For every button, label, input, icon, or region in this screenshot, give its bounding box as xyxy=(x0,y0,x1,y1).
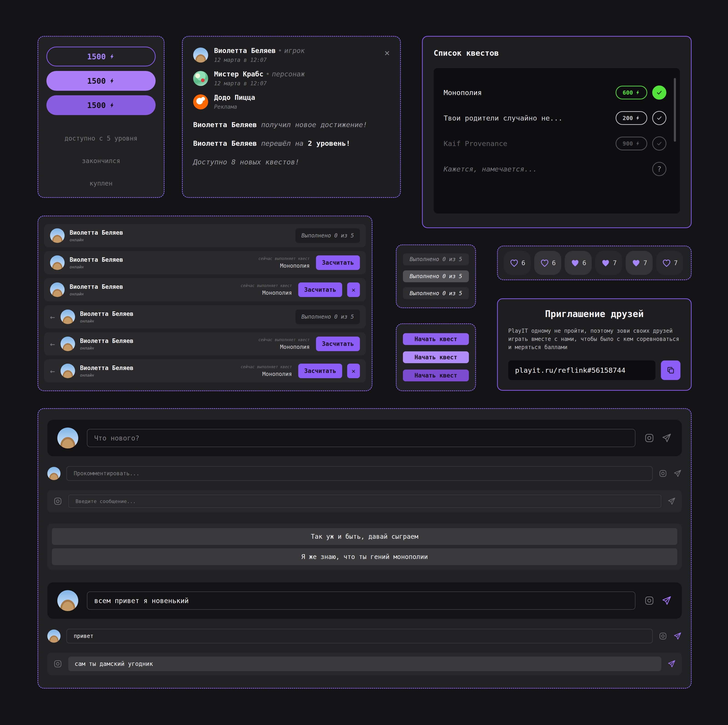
like-button[interactable]: 6 xyxy=(504,251,531,275)
decline-quest-button[interactable]: ✕ xyxy=(347,364,360,378)
send-icon[interactable] xyxy=(667,497,676,505)
comment-input[interactable]: Прокомментировать... xyxy=(66,466,653,481)
like-count: 7 xyxy=(674,259,678,267)
accept-quest-button[interactable]: Засчитать xyxy=(316,337,360,351)
heart-outline-icon xyxy=(509,258,519,268)
online-status: онлайн xyxy=(70,238,123,242)
attach-photo-icon[interactable] xyxy=(644,433,655,443)
price-button-outline[interactable]: 1500 xyxy=(46,47,156,66)
message-placeholder: Введите сообщение... xyxy=(75,499,136,504)
attach-photo-icon[interactable] xyxy=(53,497,62,506)
attach-photo-icon[interactable] xyxy=(659,632,667,640)
accept-quest-button[interactable]: Засчитать xyxy=(316,255,360,270)
message-composer: Введите сообщение... xyxy=(47,490,682,513)
progress-badge: Выполнено 0 из 5 xyxy=(295,228,360,243)
price-button-filled[interactable]: 1500 xyxy=(46,71,156,91)
back-arrow-icon[interactable]: ← xyxy=(50,366,55,376)
start-quest-button-default[interactable]: Начать квест xyxy=(403,333,469,345)
user-name: Виолетта Беляев xyxy=(193,121,257,129)
copy-link-button[interactable] xyxy=(661,360,681,380)
referral-link-field[interactable]: playit.ru/reflink#56158744 xyxy=(508,360,655,380)
progress-badge-active: Выполнено 0 из 5 xyxy=(403,287,469,299)
friend-name: Виолетта Беляев xyxy=(70,256,123,263)
price-value: 1500 xyxy=(87,101,106,110)
like-button[interactable]: 6 xyxy=(534,251,561,275)
scrollbar[interactable] xyxy=(674,78,676,142)
friend-name: Виолетта Беляев xyxy=(70,283,123,290)
quest-complete-check-button[interactable] xyxy=(652,111,666,125)
start-quest-button-pressed[interactable]: Начать квест xyxy=(403,369,469,382)
friend-row: Виолетта Беляевонлайн сейчас выполняет к… xyxy=(44,278,366,301)
avatar xyxy=(50,228,64,243)
messages-block: Так уж и быть, давай сыграем Я же знаю, … xyxy=(47,524,682,570)
quest-reward-badge: 900 xyxy=(616,137,647,150)
comment-value: привет xyxy=(74,633,93,639)
quest-complete-check-button[interactable] xyxy=(652,136,666,151)
level-up-text: перешёл на xyxy=(261,139,304,147)
send-icon[interactable] xyxy=(673,469,682,478)
invite-friends-card: Приглашение друзей PlayIT одному не прой… xyxy=(497,298,691,391)
bullet-separator: • xyxy=(266,70,269,78)
accept-quest-button[interactable]: Засчитать xyxy=(298,282,342,297)
start-quest-card: Начать квест Начать квест Начать квест xyxy=(396,324,476,391)
quest-complete-check-button[interactable] xyxy=(652,85,666,99)
quest-row-locked: Kaif Provenance 900 xyxy=(444,131,666,156)
quest-reward-badge: 600 xyxy=(616,86,647,99)
heart-outline-icon xyxy=(662,258,671,268)
friend-row: ← Виолетта Беляевонлайн сейчас выполняет… xyxy=(44,359,366,383)
check-icon xyxy=(656,114,663,121)
like-button[interactable]: 7 xyxy=(656,251,683,275)
close-icon[interactable]: ✕ xyxy=(384,49,390,57)
attach-photo-icon[interactable] xyxy=(53,659,62,669)
friend-row: Виолетта Беляевонлайн сейчас выполняет к… xyxy=(44,251,366,274)
online-status: онлайн xyxy=(70,265,123,269)
invite-description: PlayIT одному не пройти, поэтому зови св… xyxy=(508,327,681,351)
lightning-bolt-icon xyxy=(109,54,115,60)
start-quest-button-hover[interactable]: Начать квест xyxy=(403,351,469,363)
back-arrow-icon[interactable]: ← xyxy=(50,339,55,349)
notification-card: ✕ Виолетта Беляев • игрок 12 марта в 12:… xyxy=(182,36,401,198)
message-value: сам ты дамский угодник xyxy=(75,661,153,667)
progress-badge-hover: Выполнено 0 из 5 xyxy=(403,270,469,282)
character-name: Мистер Крабс xyxy=(214,70,263,78)
avatar xyxy=(57,590,78,611)
send-icon[interactable] xyxy=(673,632,682,640)
send-icon[interactable] xyxy=(667,659,676,668)
message-input[interactable]: сам ты дамский угодник xyxy=(68,656,661,671)
quest-row-done: Монополия 600 xyxy=(444,80,666,105)
notification-user-row: Виолетта Беляев • игрок 12 марта в 12:07 xyxy=(193,47,390,63)
quest-name: Кажется, намечается... xyxy=(444,165,537,173)
like-button[interactable]: 7 xyxy=(626,251,653,275)
like-button[interactable]: 6 xyxy=(565,251,592,275)
attach-photo-icon[interactable] xyxy=(644,595,655,606)
decline-quest-button[interactable]: ✕ xyxy=(347,282,360,297)
lightning-bolt-icon xyxy=(635,116,640,121)
comment-placeholder: Прокомментировать... xyxy=(74,470,139,477)
message-input[interactable]: Введите сообщение... xyxy=(68,495,661,508)
online-status: онлайн xyxy=(80,346,133,350)
progress-badge-default: Выполнено 0 из 5 xyxy=(403,253,469,266)
comment-input[interactable]: привет xyxy=(66,629,653,643)
check-icon xyxy=(656,140,663,147)
quest-list-card: Список квестов Монополия 600 Твои родите… xyxy=(422,36,691,228)
post-input[interactable]: всем привет я новенький xyxy=(87,592,635,610)
price-button-pressed[interactable]: 1500 xyxy=(46,95,156,115)
quest-name: Твои родители случайно не... xyxy=(444,114,563,122)
shop-buttons-card: 1500 1500 1500 доступно с 5 уровня закон… xyxy=(38,36,165,198)
like-button[interactable]: 7 xyxy=(595,251,622,275)
like-count: 6 xyxy=(552,259,556,267)
friend-name: Виолетта Беляев xyxy=(70,229,123,236)
friend-name: Виолетта Беляев xyxy=(80,310,133,317)
friend-row: ← Виолетта Беляевонлайн сейчас выполняет… xyxy=(44,332,366,356)
progress-badges-card: Выполнено 0 из 5 Выполнено 0 из 5 Выполн… xyxy=(396,244,476,308)
send-icon[interactable] xyxy=(661,433,672,443)
friend-name: Виолетта Беляев xyxy=(80,365,133,371)
quest-unknown-button[interactable]: ? xyxy=(652,162,666,176)
send-icon[interactable] xyxy=(661,595,672,606)
back-arrow-icon[interactable]: ← xyxy=(50,312,55,322)
post-input[interactable]: Что нового? xyxy=(87,429,635,447)
current-quest-hint: сейчас выполняет квест xyxy=(258,256,310,261)
attach-photo-icon[interactable] xyxy=(659,469,667,478)
accept-quest-button[interactable]: Засчитать xyxy=(298,364,342,378)
level-value: 2 уровень! xyxy=(308,139,350,147)
